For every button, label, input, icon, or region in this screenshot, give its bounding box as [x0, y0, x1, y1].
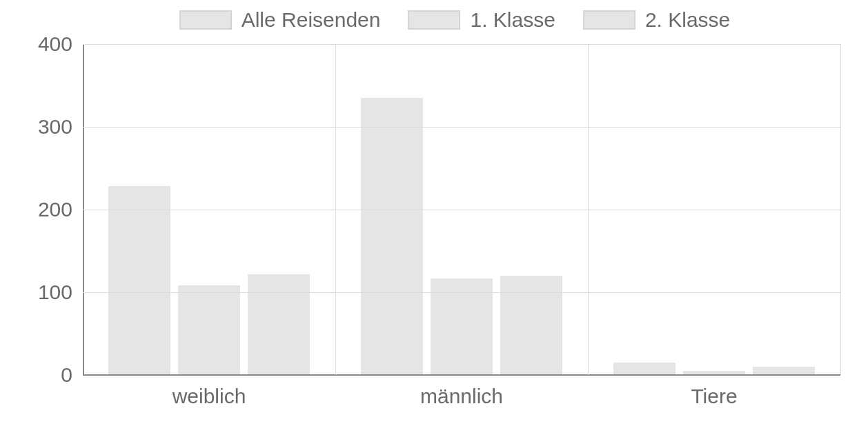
- y-tick-label: 0: [14, 363, 72, 387]
- grid-line: [83, 44, 840, 45]
- legend-item: 1. Klasse: [408, 8, 555, 32]
- legend: Alle Reisenden 1. Klasse 2. Klasse: [55, 0, 854, 44]
- x-tick-label: Tiere: [691, 385, 737, 408]
- bar: [613, 363, 675, 375]
- legend-label: 2. Klasse: [645, 8, 730, 32]
- bar-chart: Alle Reisenden 1. Klasse 2. Klasse 01002…: [14, 0, 854, 446]
- grid-line: [83, 127, 840, 128]
- legend-item: 2. Klasse: [583, 8, 730, 32]
- y-tick-label: 300: [14, 115, 72, 139]
- legend-swatch: [179, 10, 232, 30]
- x-axis: weiblichmännlichTiere: [83, 375, 840, 416]
- grid-line: [83, 210, 840, 210]
- grid-line: [840, 44, 841, 375]
- x-tick-label: weiblich: [172, 385, 246, 408]
- plot-area: 0100200300400: [83, 44, 840, 375]
- y-axis: 0100200300400: [14, 44, 79, 375]
- legend-label: Alle Reisenden: [241, 8, 381, 32]
- bar: [108, 186, 170, 375]
- legend-swatch: [408, 10, 460, 30]
- legend-item: Alle Reisenden: [179, 8, 381, 32]
- legend-swatch: [583, 10, 635, 30]
- bar: [500, 276, 562, 375]
- y-tick-label: 400: [14, 32, 72, 56]
- legend-label: 1. Klasse: [470, 8, 555, 32]
- x-tick-label: männlich: [420, 385, 503, 408]
- grid-line: [588, 44, 589, 375]
- grid-line: [83, 292, 840, 293]
- grid-line: [335, 44, 336, 375]
- y-tick-label: 200: [14, 198, 72, 221]
- y-tick-label: 100: [14, 281, 72, 304]
- bar: [248, 274, 310, 375]
- bar: [178, 285, 240, 375]
- bar: [361, 98, 423, 375]
